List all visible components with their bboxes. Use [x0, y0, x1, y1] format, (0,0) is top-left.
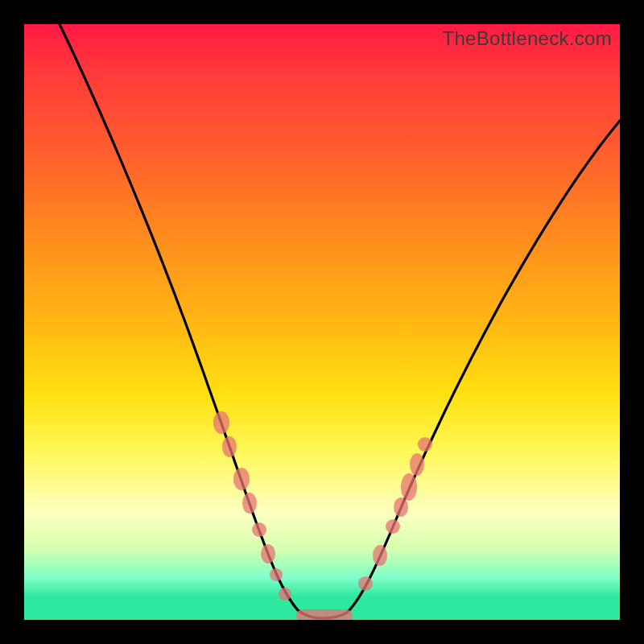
- curve-path: [60, 24, 620, 618]
- curve-marker: [261, 544, 275, 564]
- curve-marker: [213, 411, 229, 434]
- curve-marker: [373, 545, 387, 566]
- curve-marker: [386, 519, 400, 534]
- curve-marker: [401, 473, 417, 501]
- curve-marker: [410, 453, 424, 476]
- curve-marker: [418, 437, 432, 452]
- curve-marker: [358, 576, 373, 591]
- curve-marker: [270, 568, 283, 581]
- curve-flat-marker: [296, 609, 353, 620]
- curve-marker: [233, 468, 250, 490]
- bottleneck-curve: [24, 24, 620, 620]
- curve-marker: [252, 522, 266, 537]
- curve-marker: [222, 436, 237, 457]
- curve-marker: [242, 493, 257, 514]
- plot-area: TheBottleneck.com: [24, 24, 620, 620]
- chart-frame: TheBottleneck.com: [0, 0, 644, 644]
- curve-marker: [279, 588, 291, 601]
- curve-marker: [394, 497, 408, 517]
